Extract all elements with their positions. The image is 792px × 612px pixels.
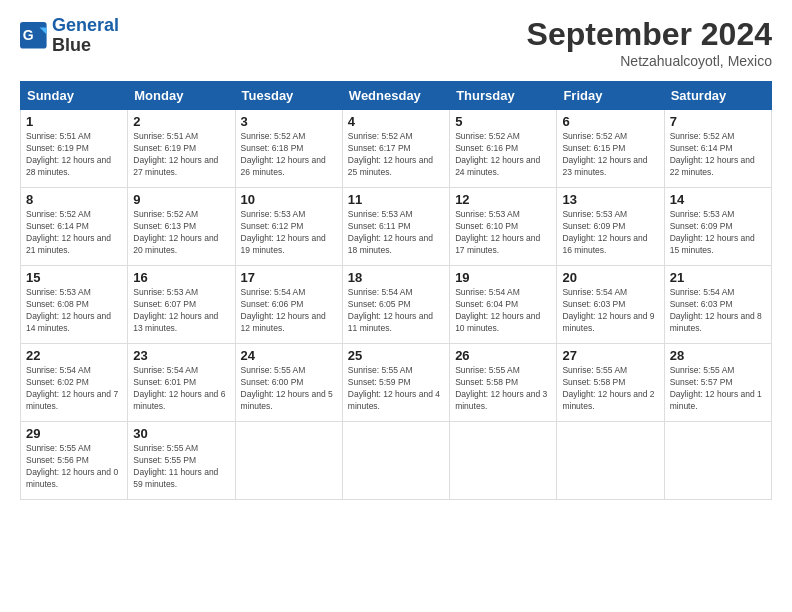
day-cell-29: 29 Sunrise: 5:55 AMSunset: 5:56 PMDaylig… bbox=[21, 422, 128, 500]
title-block: September 2024 Netzahualcoyotl, Mexico bbox=[527, 16, 772, 69]
day-cell-empty-1 bbox=[235, 422, 342, 500]
col-wednesday: Wednesday bbox=[342, 82, 449, 110]
day-cell-15: 15 Sunrise: 5:53 AMSunset: 6:08 PMDaylig… bbox=[21, 266, 128, 344]
calendar-header-row: Sunday Monday Tuesday Wednesday Thursday… bbox=[21, 82, 772, 110]
day-cell-3: 3 Sunrise: 5:52 AMSunset: 6:18 PMDayligh… bbox=[235, 110, 342, 188]
day-cell-30: 30 Sunrise: 5:55 AMSunset: 5:55 PMDaylig… bbox=[128, 422, 235, 500]
day-cell-24: 24 Sunrise: 5:55 AMSunset: 6:00 PMDaylig… bbox=[235, 344, 342, 422]
week-row-3: 15 Sunrise: 5:53 AMSunset: 6:08 PMDaylig… bbox=[21, 266, 772, 344]
logo-icon: G bbox=[20, 22, 48, 50]
day-cell-27: 27 Sunrise: 5:55 AMSunset: 5:58 PMDaylig… bbox=[557, 344, 664, 422]
day-cell-empty-3 bbox=[450, 422, 557, 500]
day-cell-22: 22 Sunrise: 5:54 AMSunset: 6:02 PMDaylig… bbox=[21, 344, 128, 422]
day-cell-26: 26 Sunrise: 5:55 AMSunset: 5:58 PMDaylig… bbox=[450, 344, 557, 422]
col-tuesday: Tuesday bbox=[235, 82, 342, 110]
day-cell-4: 4 Sunrise: 5:52 AMSunset: 6:17 PMDayligh… bbox=[342, 110, 449, 188]
day-cell-8: 8 Sunrise: 5:52 AMSunset: 6:14 PMDayligh… bbox=[21, 188, 128, 266]
day-cell-10: 10 Sunrise: 5:53 AMSunset: 6:12 PMDaylig… bbox=[235, 188, 342, 266]
week-row-5: 29 Sunrise: 5:55 AMSunset: 5:56 PMDaylig… bbox=[21, 422, 772, 500]
day-cell-13: 13 Sunrise: 5:53 AMSunset: 6:09 PMDaylig… bbox=[557, 188, 664, 266]
svg-text:G: G bbox=[23, 27, 34, 43]
page-container: G General Blue September 2024 Netzahualc… bbox=[0, 0, 792, 516]
day-cell-5: 5 Sunrise: 5:52 AMSunset: 6:16 PMDayligh… bbox=[450, 110, 557, 188]
col-thursday: Thursday bbox=[450, 82, 557, 110]
header: G General Blue September 2024 Netzahualc… bbox=[20, 16, 772, 69]
day-cell-25: 25 Sunrise: 5:55 AMSunset: 5:59 PMDaylig… bbox=[342, 344, 449, 422]
day-cell-7: 7 Sunrise: 5:52 AMSunset: 6:14 PMDayligh… bbox=[664, 110, 771, 188]
week-row-4: 22 Sunrise: 5:54 AMSunset: 6:02 PMDaylig… bbox=[21, 344, 772, 422]
day-cell-18: 18 Sunrise: 5:54 AMSunset: 6:05 PMDaylig… bbox=[342, 266, 449, 344]
week-row-1: 1 Sunrise: 5:51 AMSunset: 6:19 PMDayligh… bbox=[21, 110, 772, 188]
col-friday: Friday bbox=[557, 82, 664, 110]
day-cell-1: 1 Sunrise: 5:51 AMSunset: 6:19 PMDayligh… bbox=[21, 110, 128, 188]
logo: G General Blue bbox=[20, 16, 119, 56]
day-cell-12: 12 Sunrise: 5:53 AMSunset: 6:10 PMDaylig… bbox=[450, 188, 557, 266]
day-cell-2: 2 Sunrise: 5:51 AMSunset: 6:19 PMDayligh… bbox=[128, 110, 235, 188]
location: Netzahualcoyotl, Mexico bbox=[527, 53, 772, 69]
day-cell-9: 9 Sunrise: 5:52 AMSunset: 6:13 PMDayligh… bbox=[128, 188, 235, 266]
day-cell-19: 19 Sunrise: 5:54 AMSunset: 6:04 PMDaylig… bbox=[450, 266, 557, 344]
day-cell-14: 14 Sunrise: 5:53 AMSunset: 6:09 PMDaylig… bbox=[664, 188, 771, 266]
day-cell-empty-4 bbox=[557, 422, 664, 500]
calendar-table: Sunday Monday Tuesday Wednesday Thursday… bbox=[20, 81, 772, 500]
col-monday: Monday bbox=[128, 82, 235, 110]
day-cell-6: 6 Sunrise: 5:52 AMSunset: 6:15 PMDayligh… bbox=[557, 110, 664, 188]
day-cell-21: 21 Sunrise: 5:54 AMSunset: 6:03 PMDaylig… bbox=[664, 266, 771, 344]
week-row-2: 8 Sunrise: 5:52 AMSunset: 6:14 PMDayligh… bbox=[21, 188, 772, 266]
day-cell-20: 20 Sunrise: 5:54 AMSunset: 6:03 PMDaylig… bbox=[557, 266, 664, 344]
col-saturday: Saturday bbox=[664, 82, 771, 110]
day-cell-23: 23 Sunrise: 5:54 AMSunset: 6:01 PMDaylig… bbox=[128, 344, 235, 422]
day-cell-empty-5 bbox=[664, 422, 771, 500]
logo-text: General Blue bbox=[52, 16, 119, 56]
day-cell-empty-2 bbox=[342, 422, 449, 500]
day-cell-17: 17 Sunrise: 5:54 AMSunset: 6:06 PMDaylig… bbox=[235, 266, 342, 344]
day-cell-28: 28 Sunrise: 5:55 AMSunset: 5:57 PMDaylig… bbox=[664, 344, 771, 422]
day-cell-16: 16 Sunrise: 5:53 AMSunset: 6:07 PMDaylig… bbox=[128, 266, 235, 344]
day-cell-11: 11 Sunrise: 5:53 AMSunset: 6:11 PMDaylig… bbox=[342, 188, 449, 266]
col-sunday: Sunday bbox=[21, 82, 128, 110]
month-year: September 2024 bbox=[527, 16, 772, 53]
